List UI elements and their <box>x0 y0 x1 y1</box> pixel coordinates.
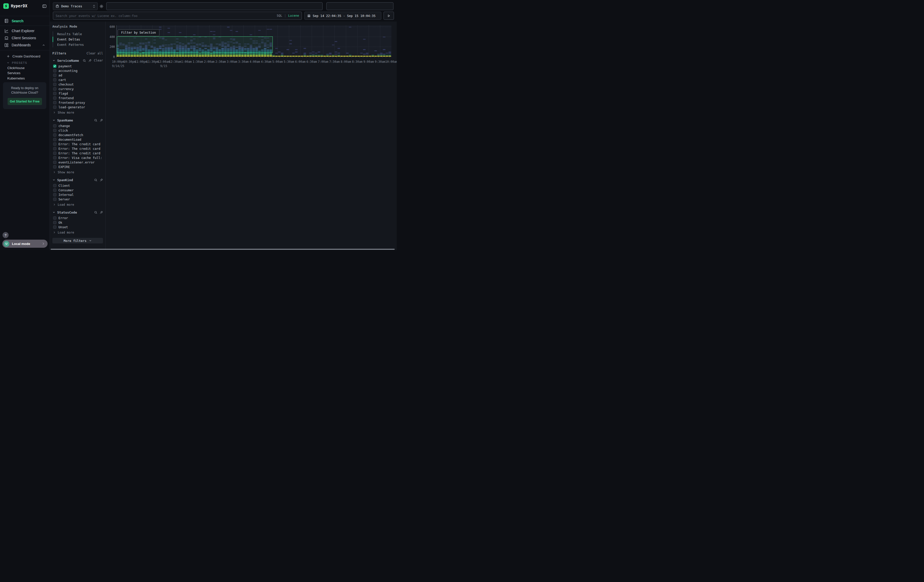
filter-option[interactable]: load-generator <box>53 105 103 109</box>
filter-option[interactable]: Unset <box>53 225 103 229</box>
show-more-button[interactable]: Load more <box>53 230 103 235</box>
checkbox[interactable] <box>53 106 56 109</box>
order-by-input[interactable] <box>327 2 393 10</box>
checkbox[interactable] <box>53 226 56 229</box>
sidebar-item-client-sessions[interactable]: Client Sessions <box>0 35 50 41</box>
filter-option[interactable]: change <box>53 124 103 128</box>
clear-all-button[interactable]: Clear all <box>87 52 103 55</box>
sql-select-input[interactable] <box>106 2 323 10</box>
analysis-mode-event-patterns[interactable]: Event Patterns <box>53 42 103 47</box>
analysis-mode-results-table[interactable]: Results Table <box>53 31 103 37</box>
run-query-button[interactable] <box>384 12 394 20</box>
filter-option[interactable]: Error: The credit card (… <box>53 142 103 146</box>
analysis-mode-event-deltas[interactable]: Event Deltas <box>53 37 103 42</box>
lang-sql-toggle[interactable]: SQL <box>277 14 282 18</box>
checkbox[interactable] <box>53 188 56 192</box>
pin-icon[interactable] <box>88 59 92 62</box>
checkbox[interactable] <box>53 193 56 196</box>
checkbox[interactable] <box>53 74 56 77</box>
checkbox[interactable] <box>53 161 56 164</box>
checkbox[interactable] <box>53 138 56 141</box>
lang-lucene-toggle[interactable]: Lucene <box>288 14 299 18</box>
chart-selection-region[interactable] <box>117 36 273 53</box>
user-menu[interactable]: U Local mode <box>2 240 48 248</box>
filter-option[interactable]: Ok <box>53 220 103 225</box>
gear-icon[interactable] <box>99 4 104 8</box>
filter-group-header[interactable]: SpanKind <box>52 176 103 183</box>
search-icon[interactable] <box>83 59 86 62</box>
checkbox[interactable] <box>53 165 56 168</box>
pin-icon[interactable] <box>100 119 103 122</box>
pin-icon[interactable] <box>100 178 103 182</box>
filter-group-header[interactable]: ServiceNameClear <box>52 57 103 64</box>
checkbox[interactable] <box>53 142 56 146</box>
checkbox[interactable] <box>53 129 56 132</box>
filter-group-header[interactable]: SpanName <box>52 117 103 124</box>
horizontal-scrollbar[interactable] <box>51 249 395 250</box>
filter-option[interactable]: click <box>53 128 103 133</box>
checkbox[interactable] <box>53 87 56 91</box>
checkbox[interactable] <box>53 96 56 100</box>
checkbox[interactable] <box>53 152 56 155</box>
filter-option[interactable]: frontend <box>53 96 103 100</box>
filter-option[interactable]: documentLoad <box>53 137 103 142</box>
filter-option[interactable]: Client <box>53 183 103 188</box>
checkbox[interactable] <box>53 78 56 81</box>
show-more-button[interactable]: Show more <box>53 110 103 115</box>
show-more-button[interactable]: Show more <box>53 170 103 175</box>
filter-option[interactable]: Error: The credit card (… <box>53 146 103 151</box>
sidebar-item-services[interactable]: Services <box>7 71 50 76</box>
date-range-picker[interactable]: Sep 14 22:04:35 - Sep 15 10:04:35 <box>304 12 381 20</box>
filter-option[interactable]: Consumer <box>53 188 103 192</box>
checkbox[interactable] <box>53 134 56 137</box>
sidebar-item-dashboards[interactable]: Dashboards <box>0 41 50 49</box>
filter-option[interactable]: accounting <box>53 68 103 73</box>
checkbox[interactable] <box>53 198 56 201</box>
filter-option[interactable]: Server <box>53 197 103 201</box>
search-icon[interactable] <box>94 119 97 122</box>
more-filters-button[interactable]: More filters <box>52 238 103 244</box>
sidebar-item-kubernetes[interactable]: Kubernetes <box>7 76 50 81</box>
search-icon[interactable] <box>94 178 97 182</box>
show-more-button[interactable]: Load more <box>53 202 103 207</box>
sidebar-item-clickhouse[interactable]: ClickHouse <box>7 65 50 71</box>
checkbox[interactable] <box>53 92 56 95</box>
filter-option[interactable]: Internal <box>53 192 103 197</box>
checkbox-checked[interactable] <box>53 64 56 68</box>
filter-option[interactable]: currency <box>53 87 103 91</box>
filter-option[interactable]: payment <box>53 64 103 68</box>
create-dashboard-button[interactable]: Create Dashboard <box>7 53 50 59</box>
checkbox[interactable] <box>53 69 56 73</box>
source-select[interactable]: Demo Traces <box>53 2 98 10</box>
filter-option[interactable]: Error: The credit card (… <box>53 151 103 155</box>
filter-option[interactable]: Error <box>53 216 103 220</box>
checkbox[interactable] <box>53 124 56 127</box>
filter-group-header[interactable]: StatusCode <box>52 209 103 216</box>
filter-option[interactable]: Error: Visa cache full: … <box>53 155 103 160</box>
filter-option[interactable]: checkout <box>53 82 103 87</box>
presets-toggle[interactable]: PRESETS <box>7 60 50 65</box>
clear-filter-button[interactable]: Clear <box>94 59 103 62</box>
filter-by-selection-button[interactable]: Filter by Selection <box>118 30 159 36</box>
filter-option[interactable]: ad <box>53 73 103 77</box>
sidebar-item-chart-explorer[interactable]: Chart Explorer <box>0 27 50 35</box>
checkbox[interactable] <box>53 221 56 224</box>
sidebar-item-search[interactable]: Search <box>0 16 50 26</box>
filter-option[interactable]: cart <box>53 77 103 82</box>
filter-option[interactable]: eventListener.error <box>53 160 103 165</box>
filter-option[interactable]: documentFetch <box>53 133 103 137</box>
search-icon[interactable] <box>94 211 97 214</box>
checkbox[interactable] <box>53 156 56 160</box>
filter-option[interactable]: flagd <box>53 91 103 96</box>
search-input[interactable]: Search your events w/ Lucene ex. column:… <box>53 12 302 20</box>
checkbox[interactable] <box>53 184 56 187</box>
checkbox[interactable] <box>53 216 56 220</box>
help-button[interactable]: ? <box>3 232 8 238</box>
checkbox[interactable] <box>53 101 56 104</box>
filter-option[interactable]: frontend-proxy <box>53 100 103 105</box>
sidebar-collapse-icon[interactable] <box>42 4 46 8</box>
checkbox[interactable] <box>53 83 56 86</box>
checkbox[interactable] <box>53 147 56 150</box>
get-started-button[interactable]: Get Started for Free <box>8 98 42 105</box>
filter-option[interactable]: EXPIRE <box>53 165 103 169</box>
